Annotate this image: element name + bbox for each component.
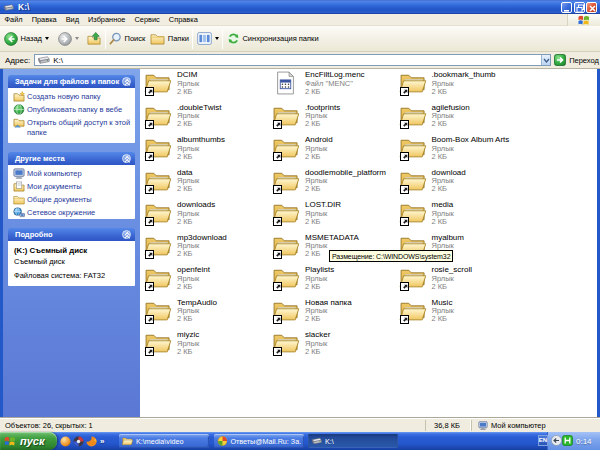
file-tile[interactable]: DCIMЯрлык2 КБ [144, 70, 270, 102]
file-tile[interactable]: .bookmark_thumbЯрлык2 КБ [399, 70, 525, 102]
places-item[interactable]: Общие документы [13, 194, 132, 205]
file-tile[interactable]: Boom-Box Album ArtsЯрлык2 КБ [399, 135, 525, 167]
back-dropdown-caret[interactable] [45, 37, 49, 40]
file-tile[interactable]: rosie_scrollЯрлык2 КБ [399, 265, 525, 297]
views-button[interactable] [196, 28, 220, 50]
file-tile[interactable]: albumthumbsЯрлык2 КБ [144, 135, 270, 167]
details-drive-name: (K:) Съемный диск [14, 246, 131, 255]
file-tile[interactable]: PlaylistsЯрлык2 КБ [272, 265, 398, 297]
file-size: 2 КБ [305, 185, 397, 193]
shortcut-arrow-badge [273, 185, 282, 194]
menu-edit[interactable]: Правка [27, 15, 61, 24]
windows-flag-icon [4, 435, 17, 447]
taskbar-button[interactable]: K:\ [308, 434, 398, 448]
language-indicator[interactable]: EN [538, 435, 548, 446]
file-tile[interactable]: miyzicЯрлык2 КБ [144, 330, 270, 362]
file-tile[interactable]: TempAudioЯрлык2 КБ [144, 298, 270, 330]
back-button[interactable]: Назад [3, 28, 50, 50]
sync-button[interactable]: Синхронизация папки [226, 28, 320, 50]
views-dropdown-caret[interactable] [215, 37, 219, 40]
file-size: 2 КБ [305, 153, 397, 161]
tasks-item[interactable]: Открыть общий доступ к этой папке [13, 117, 132, 138]
start-button[interactable]: пуск [0, 432, 57, 450]
window-title: K:\ [18, 2, 561, 12]
shortcut-arrow-badge [145, 315, 154, 324]
file-tile[interactable]: EncFiltLog.mencФайл "MENC"2 КБ [272, 70, 398, 102]
shortcut-arrow-badge [273, 347, 282, 356]
file-size: 2 КБ [177, 283, 269, 291]
shortcut-arrow-badge [145, 217, 154, 226]
shortcut-arrow-badge [145, 152, 154, 161]
tasks-item[interactable]: Опубликовать папку в вебе [13, 104, 132, 115]
file-size: 2 КБ [305, 120, 397, 128]
back-icon [4, 32, 18, 46]
file-tile[interactable]: Новая папкаЯрлык2 КБ [272, 298, 398, 330]
file-size: 2 КБ [432, 153, 524, 161]
address-value: K:\ [53, 56, 63, 65]
shortcut-arrow-badge [145, 250, 154, 259]
places-item[interactable]: Мои документы [13, 181, 132, 192]
close-button[interactable] [586, 2, 597, 13]
search-button[interactable]: Поиск [108, 28, 146, 50]
collapse-chevron-icon[interactable] [122, 230, 131, 239]
address-input[interactable]: K:\ [34, 54, 551, 66]
tasks-panel: Задачи для файлов и папок Создать новую … [8, 75, 135, 143]
my-documents-icon [13, 181, 25, 192]
menu-tools[interactable]: Сервис [130, 15, 164, 24]
file-tile[interactable]: AndroidЯрлык2 КБ [272, 135, 398, 167]
forward-button[interactable] [57, 28, 80, 50]
quick-launch-firefox-icon[interactable] [86, 436, 97, 447]
details-panel: Подробно (K:) Съемный диск Съемный диск … [8, 228, 135, 286]
places-panel-header[interactable]: Другие места [8, 152, 135, 165]
forward-dropdown-caret[interactable] [75, 37, 79, 40]
menu-file[interactable]: Файл [0, 15, 27, 24]
file-tile[interactable]: downloadsЯрлык2 КБ [144, 200, 270, 232]
menu-view[interactable]: Вид [61, 15, 83, 24]
details-panel-header[interactable]: Подробно [8, 228, 135, 241]
screen: K:\ Файл Правка Вид Избранн [0, 0, 600, 450]
taskbar-button[interactable]: K:\media\video [119, 434, 209, 448]
address-label: Адрес: [0, 56, 34, 65]
shortcut-arrow-badge [273, 120, 282, 129]
file-size: 2 КБ [432, 185, 524, 193]
collapse-chevron-icon[interactable] [122, 154, 131, 163]
file-tile[interactable]: agilefusionЯрлык2 КБ [399, 103, 525, 135]
file-tile[interactable]: .footprintsЯрлык2 КБ [272, 103, 398, 135]
tasks-item[interactable]: Создать новую папку [13, 91, 132, 102]
tasks-panel-header[interactable]: Задачи для файлов и папок [8, 75, 135, 88]
menu-favorites[interactable]: Избранное [84, 15, 130, 24]
quick-launch-overflow-chevron[interactable]: » [100, 437, 104, 446]
file-size: 2 КБ [432, 88, 524, 96]
quick-launch-player-icon[interactable] [73, 436, 84, 447]
minimize-button[interactable] [561, 2, 572, 13]
views-icon [197, 32, 212, 45]
go-button[interactable]: Переход [554, 54, 599, 66]
collapse-chevron-icon[interactable] [122, 77, 131, 86]
file-tile[interactable]: LOST.DIRЯрлык2 КБ [272, 200, 398, 232]
shortcut-arrow-badge [400, 87, 409, 96]
file-tile[interactable]: doodlemobile_platformЯрлык2 КБ [272, 168, 398, 200]
folders-button[interactable]: Папки [149, 28, 190, 50]
file-tile[interactable]: downloadЯрлык2 КБ [399, 168, 525, 200]
file-tile[interactable]: openfeintЯрлык2 КБ [144, 265, 270, 297]
quick-launch-agent-icon[interactable] [60, 436, 71, 447]
file-tile[interactable]: mediaЯрлык2 КБ [399, 200, 525, 232]
menu-help[interactable]: Справка [164, 15, 202, 24]
file-tile[interactable]: slackerЯрлык2 КБ [272, 330, 398, 362]
sync-icon [227, 32, 240, 45]
places-item[interactable]: Сетевое окружение [13, 207, 132, 218]
taskbar-button[interactable]: Ответы@Mail.Ru: За... [214, 434, 304, 448]
file-size: 2 КБ [305, 348, 397, 356]
tooltip: Размещение: C:\WINDOWS\system32 [329, 250, 453, 262]
tray-app-icon[interactable] [562, 435, 573, 446]
places-item[interactable]: Мой компьютер [13, 168, 132, 179]
maximize-button[interactable] [574, 2, 585, 13]
file-tile[interactable]: MusicЯрлык2 КБ [399, 298, 525, 330]
safely-remove-icon[interactable] [551, 435, 562, 446]
file-tile[interactable]: dataЯрлык2 КБ [144, 168, 270, 200]
windows-logo-icon [567, 14, 600, 26]
file-tile[interactable]: .doubleTwistЯрлык2 КБ [144, 103, 270, 135]
file-tile[interactable]: mp3downloadЯрлык2 КБ [144, 233, 270, 265]
address-dropdown-button[interactable] [541, 55, 550, 65]
up-button[interactable] [86, 28, 102, 50]
